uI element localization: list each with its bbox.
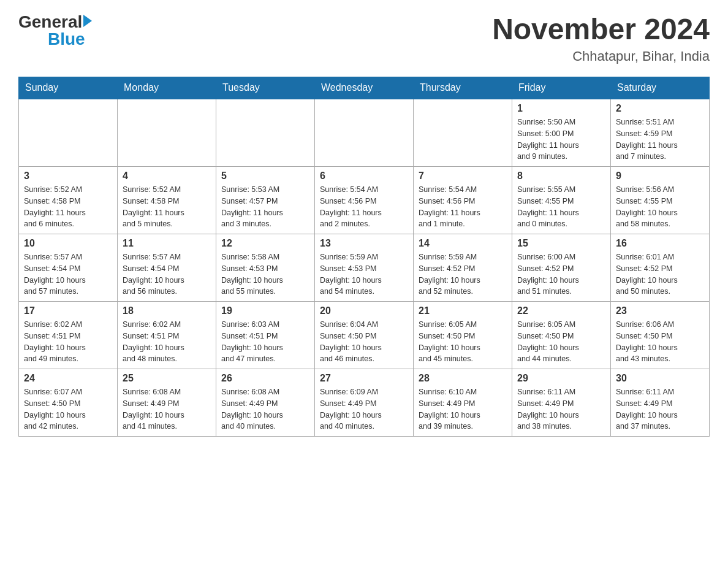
table-row: 1Sunrise: 5:50 AM Sunset: 5:00 PM Daylig…	[512, 99, 611, 167]
day-info: Sunrise: 6:00 AM Sunset: 4:52 PM Dayligh…	[517, 253, 579, 296]
day-number: 22	[517, 305, 605, 316]
day-number: 14	[419, 238, 507, 249]
day-info: Sunrise: 6:05 AM Sunset: 4:50 PM Dayligh…	[517, 320, 579, 363]
day-number: 27	[320, 373, 408, 384]
calendar-week-row: 3Sunrise: 5:52 AM Sunset: 4:58 PM Daylig…	[19, 167, 710, 234]
table-row	[118, 99, 216, 167]
table-row: 29Sunrise: 6:11 AM Sunset: 4:49 PM Dayli…	[512, 369, 611, 437]
day-info: Sunrise: 6:08 AM Sunset: 4:49 PM Dayligh…	[221, 388, 283, 431]
day-info: Sunrise: 6:07 AM Sunset: 4:50 PM Dayligh…	[24, 388, 86, 431]
day-info: Sunrise: 6:06 AM Sunset: 4:50 PM Dayligh…	[616, 320, 678, 363]
day-info: Sunrise: 6:04 AM Sunset: 4:50 PM Dayligh…	[320, 320, 382, 363]
day-number: 12	[221, 238, 309, 249]
day-number: 9	[616, 170, 704, 182]
day-number: 24	[24, 373, 112, 384]
day-number: 28	[419, 373, 507, 384]
day-info: Sunrise: 5:51 AM Sunset: 4:59 PM Dayligh…	[616, 118, 678, 161]
day-number: 15	[517, 238, 605, 249]
day-number: 23	[616, 305, 704, 316]
table-row: 22Sunrise: 6:05 AM Sunset: 4:50 PM Dayli…	[512, 302, 611, 369]
day-number: 30	[616, 373, 704, 384]
table-row	[216, 99, 315, 167]
table-row: 23Sunrise: 6:06 AM Sunset: 4:50 PM Dayli…	[611, 302, 710, 369]
logo-arrow-icon	[83, 15, 92, 27]
day-info: Sunrise: 6:02 AM Sunset: 4:51 PM Dayligh…	[24, 320, 86, 363]
day-number: 18	[123, 305, 211, 316]
day-info: Sunrise: 5:58 AM Sunset: 4:53 PM Dayligh…	[221, 253, 283, 296]
table-row: 4Sunrise: 5:52 AM Sunset: 4:58 PM Daylig…	[118, 167, 216, 234]
day-info: Sunrise: 6:10 AM Sunset: 4:49 PM Dayligh…	[419, 388, 480, 431]
table-row: 15Sunrise: 6:00 AM Sunset: 4:52 PM Dayli…	[512, 234, 611, 302]
day-info: Sunrise: 6:11 AM Sunset: 4:49 PM Dayligh…	[616, 388, 678, 431]
day-info: Sunrise: 6:02 AM Sunset: 4:51 PM Dayligh…	[123, 320, 184, 363]
day-number: 20	[320, 305, 408, 316]
day-info: Sunrise: 6:08 AM Sunset: 4:49 PM Dayligh…	[123, 388, 184, 431]
table-row: 5Sunrise: 5:53 AM Sunset: 4:57 PM Daylig…	[216, 167, 315, 234]
day-number: 19	[221, 305, 309, 316]
day-info: Sunrise: 6:01 AM Sunset: 4:52 PM Dayligh…	[616, 253, 678, 296]
day-number: 7	[419, 170, 507, 182]
header-sunday: Sunday	[19, 77, 118, 99]
calendar-title-area: November 2024 Chhatapur, Bihar, India	[492, 12, 710, 64]
table-row: 19Sunrise: 6:03 AM Sunset: 4:51 PM Dayli…	[216, 302, 315, 369]
table-row: 14Sunrise: 5:59 AM Sunset: 4:52 PM Dayli…	[414, 234, 512, 302]
day-number: 5	[221, 170, 309, 182]
day-number: 25	[123, 373, 211, 384]
day-info: Sunrise: 5:50 AM Sunset: 5:00 PM Dayligh…	[517, 118, 579, 161]
day-number: 4	[123, 170, 211, 182]
calendar-month-year: November 2024	[492, 12, 710, 46]
table-row	[315, 99, 414, 167]
day-number: 21	[419, 305, 507, 316]
table-row	[19, 99, 118, 167]
table-row: 12Sunrise: 5:58 AM Sunset: 4:53 PM Dayli…	[216, 234, 315, 302]
day-number: 13	[320, 238, 408, 249]
header-monday: Monday	[118, 77, 216, 99]
day-number: 26	[221, 373, 309, 384]
table-row: 20Sunrise: 6:04 AM Sunset: 4:50 PM Dayli…	[315, 302, 414, 369]
day-number: 16	[616, 238, 704, 249]
table-row: 16Sunrise: 6:01 AM Sunset: 4:52 PM Dayli…	[611, 234, 710, 302]
day-number: 17	[24, 305, 112, 316]
header-wednesday: Wednesday	[315, 77, 414, 99]
day-info: Sunrise: 5:52 AM Sunset: 4:58 PM Dayligh…	[24, 185, 86, 228]
day-number: 11	[123, 238, 211, 249]
day-number: 2	[616, 103, 704, 114]
table-row: 3Sunrise: 5:52 AM Sunset: 4:58 PM Daylig…	[19, 167, 118, 234]
table-row: 28Sunrise: 6:10 AM Sunset: 4:49 PM Dayli…	[414, 369, 512, 437]
calendar-table: Sunday Monday Tuesday Wednesday Thursday…	[18, 77, 710, 437]
day-info: Sunrise: 6:11 AM Sunset: 4:49 PM Dayligh…	[517, 388, 579, 431]
table-row: 7Sunrise: 5:54 AM Sunset: 4:56 PM Daylig…	[414, 167, 512, 234]
table-row: 8Sunrise: 5:55 AM Sunset: 4:55 PM Daylig…	[512, 167, 611, 234]
table-row: 13Sunrise: 5:59 AM Sunset: 4:53 PM Dayli…	[315, 234, 414, 302]
weekday-header-row: Sunday Monday Tuesday Wednesday Thursday…	[19, 77, 710, 99]
table-row	[414, 99, 512, 167]
day-info: Sunrise: 6:05 AM Sunset: 4:50 PM Dayligh…	[419, 320, 480, 363]
day-number: 10	[24, 238, 112, 249]
day-info: Sunrise: 5:59 AM Sunset: 4:53 PM Dayligh…	[320, 253, 382, 296]
day-number: 1	[517, 103, 605, 114]
table-row: 9Sunrise: 5:56 AM Sunset: 4:55 PM Daylig…	[611, 167, 710, 234]
header-friday: Friday	[512, 77, 611, 99]
day-info: Sunrise: 6:03 AM Sunset: 4:51 PM Dayligh…	[221, 320, 283, 363]
header-saturday: Saturday	[611, 77, 710, 99]
day-number: 3	[24, 170, 112, 182]
table-row: 6Sunrise: 5:54 AM Sunset: 4:56 PM Daylig…	[315, 167, 414, 234]
table-row: 25Sunrise: 6:08 AM Sunset: 4:49 PM Dayli…	[118, 369, 216, 437]
day-info: Sunrise: 5:55 AM Sunset: 4:55 PM Dayligh…	[517, 185, 579, 228]
day-number: 6	[320, 170, 408, 182]
table-row: 18Sunrise: 6:02 AM Sunset: 4:51 PM Dayli…	[118, 302, 216, 369]
table-row: 30Sunrise: 6:11 AM Sunset: 4:49 PM Dayli…	[611, 369, 710, 437]
table-row: 26Sunrise: 6:08 AM Sunset: 4:49 PM Dayli…	[216, 369, 315, 437]
day-info: Sunrise: 5:52 AM Sunset: 4:58 PM Dayligh…	[123, 185, 184, 228]
table-row: 17Sunrise: 6:02 AM Sunset: 4:51 PM Dayli…	[19, 302, 118, 369]
day-info: Sunrise: 6:09 AM Sunset: 4:49 PM Dayligh…	[320, 388, 382, 431]
day-info: Sunrise: 5:59 AM Sunset: 4:52 PM Dayligh…	[419, 253, 480, 296]
day-info: Sunrise: 5:53 AM Sunset: 4:57 PM Dayligh…	[221, 185, 283, 228]
table-row: 2Sunrise: 5:51 AM Sunset: 4:59 PM Daylig…	[611, 99, 710, 167]
day-info: Sunrise: 5:54 AM Sunset: 4:56 PM Dayligh…	[320, 185, 382, 228]
calendar-location: Chhatapur, Bihar, India	[492, 48, 710, 64]
table-row: 24Sunrise: 6:07 AM Sunset: 4:50 PM Dayli…	[19, 369, 118, 437]
day-info: Sunrise: 5:57 AM Sunset: 4:54 PM Dayligh…	[24, 253, 86, 296]
page-header: General Blue November 2024 Chhatapur, Bi…	[18, 12, 710, 64]
table-row: 11Sunrise: 5:57 AM Sunset: 4:54 PM Dayli…	[118, 234, 216, 302]
